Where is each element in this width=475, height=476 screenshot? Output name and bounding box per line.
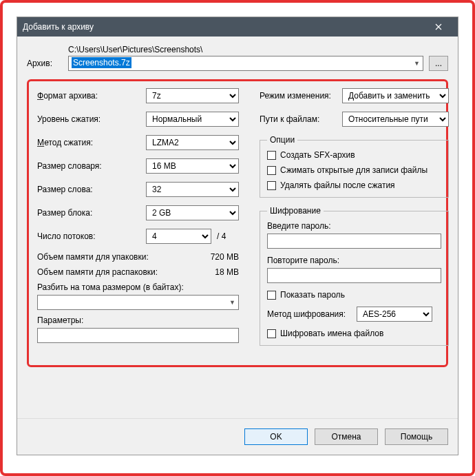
block-select[interactable]: 2 GB (146, 205, 239, 220)
close-button[interactable] (425, 17, 452, 37)
word-select[interactable]: 32 (146, 182, 239, 197)
mode-select[interactable]: Добавить и заменить (342, 88, 449, 103)
archive-filename-input[interactable]: Screenshots.7z ▼ (68, 56, 423, 71)
delete-after-label: Удалять файлы после сжатия (280, 180, 395, 190)
word-label: Размер слова: (37, 185, 146, 194)
options-panel: Формат архива: 7z Уровень сжатия: Нормал… (27, 79, 448, 367)
archive-label: Архив: (27, 59, 63, 71)
split-select[interactable]: ▼ (37, 295, 239, 310)
ok-button[interactable]: OK (244, 428, 308, 445)
close-icon (435, 23, 442, 30)
browse-button[interactable]: ... (429, 56, 448, 71)
titlebar: Добавить к архиву (17, 17, 458, 37)
split-label: Разбить на тома размером (в байтах): (37, 282, 239, 292)
dialog-window: Добавить к архиву Архив: C:\Users\User\P… (17, 17, 458, 455)
help-button[interactable]: Помощь (385, 428, 448, 445)
sfx-checkbox[interactable] (267, 151, 276, 160)
options-legend: Опции (267, 135, 297, 145)
sfx-label: Создать SFX-архив (280, 150, 355, 160)
delete-after-checkbox[interactable] (267, 181, 276, 190)
enc-method-select[interactable]: AES-256 (357, 307, 432, 322)
mode-label: Режим изменения: (260, 91, 342, 101)
cancel-button[interactable]: Отмена (315, 428, 378, 445)
dict-label: Размер словаря: (37, 161, 146, 171)
format-select[interactable]: 7z (146, 88, 239, 103)
mem-pack-label: Объем памяти для упаковки: (37, 252, 149, 262)
threads-label: Число потоков: (37, 231, 146, 241)
encrypt-names-label: Шифровать имена файлов (280, 329, 383, 338)
password-repeat-input[interactable] (267, 268, 441, 283)
method-label: Метод сжатия: (37, 138, 146, 147)
show-password-label: Показать пароль (280, 290, 345, 300)
params-input[interactable] (37, 328, 239, 343)
footer: OK Отмена Помощь (17, 418, 458, 455)
show-password-checkbox[interactable] (267, 291, 276, 300)
window-title: Добавить к архиву (23, 22, 425, 32)
method-select[interactable]: LZMA2 (146, 135, 239, 150)
pwd2-label: Повторите пароль: (267, 256, 441, 265)
block-label: Размер блока: (37, 208, 146, 218)
pwd1-label: Введите пароль: (267, 221, 441, 231)
options-fieldset: Опции Создать SFX-архив Сжимать открытые… (260, 135, 449, 198)
paths-label: Пути к файлам: (260, 114, 342, 124)
encryption-legend: Шифрование (267, 206, 324, 216)
dict-select[interactable]: 16 MB (146, 158, 239, 174)
mem-pack-value: 720 MB (211, 252, 239, 262)
mem-unpack-label: Объем памяти для распаковки: (37, 267, 158, 277)
format-label: Формат архива: (37, 91, 146, 101)
encrypt-names-checkbox[interactable] (267, 329, 276, 338)
threads-select[interactable]: 4 (146, 229, 211, 244)
archive-path: C:\Users\User\Pictures\Screenshots\ (68, 45, 423, 54)
compress-open-label: Сжимать открытые для записи файлы (280, 165, 427, 175)
level-label: Уровень сжатия: (37, 114, 146, 124)
level-select[interactable]: Нормальный (146, 112, 239, 127)
chevron-down-icon: ▼ (229, 299, 235, 306)
encryption-fieldset: Шифрование Введите пароль: Повторите пар… (260, 206, 449, 346)
password-input[interactable] (267, 234, 441, 249)
mem-unpack-value: 18 MB (215, 267, 239, 277)
threads-max: / 4 (217, 231, 226, 241)
chevron-down-icon: ▼ (414, 60, 420, 67)
enc-method-label: Метод шифрования: (267, 309, 357, 319)
compress-open-checkbox[interactable] (267, 166, 276, 175)
params-label: Параметры: (37, 315, 239, 325)
paths-select[interactable]: Относительные пути (342, 112, 449, 127)
